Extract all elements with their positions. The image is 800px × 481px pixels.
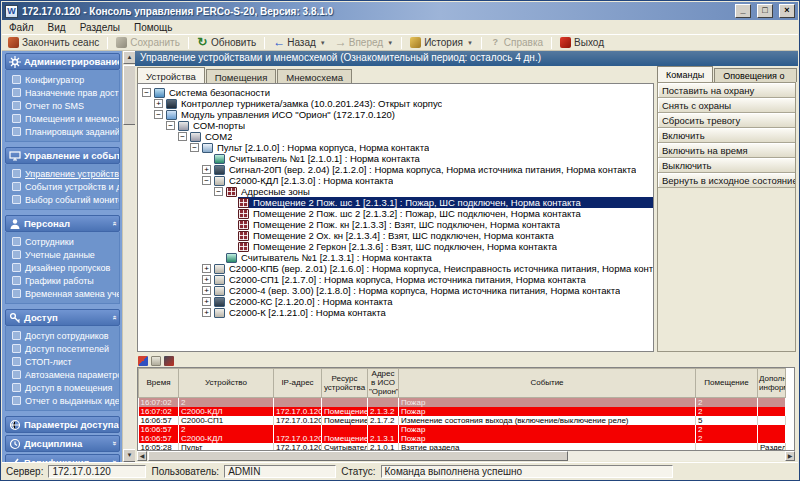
forward-dropdown-icon[interactable]: ▼ bbox=[387, 40, 393, 46]
tab-rooms[interactable]: Помещения bbox=[206, 69, 277, 83]
restore-state-button[interactable]: Вернуть в исходное состояние bbox=[658, 173, 795, 188]
refresh-button[interactable]: ↻ Обновить bbox=[193, 36, 260, 49]
tree-item-address-zones[interactable]: Адресные зоны bbox=[138, 186, 653, 197]
tree-item-turnstile-controller[interactable]: Контроллер турникета/замка (10.0.201.243… bbox=[138, 98, 653, 109]
tree-item-security-system[interactable]: Система безопасности bbox=[138, 87, 653, 98]
event-row[interactable]: 16:06:57С2000-СП1172.17.0.120Помещение 2… bbox=[139, 416, 786, 425]
columns-settings-icon[interactable] bbox=[151, 356, 161, 366]
tab-mnemoscheme[interactable]: Мнемосхема bbox=[277, 69, 352, 83]
sidebar-item-sms-report[interactable]: Отчет по SMS bbox=[9, 99, 119, 112]
sidebar-header-administration[interactable]: Администрирование » bbox=[5, 53, 120, 70]
tree-collapse-icon[interactable] bbox=[154, 110, 163, 119]
tree-item-s2000-kdl[interactable]: С2000-КДЛ [2.1.3.0] : Норма контакта bbox=[138, 175, 653, 186]
turn-on-timed-button[interactable]: Включить на время bbox=[658, 143, 795, 158]
history-button[interactable]: История ▼ bbox=[406, 36, 477, 49]
sidebar-item-monitoring-events[interactable]: Выбор событий мониторинга bbox=[9, 193, 119, 206]
tree-expand-icon[interactable] bbox=[202, 165, 211, 174]
col-orion-address[interactable]: Адрес в ИСО "Орион" bbox=[368, 369, 399, 398]
tab-commands[interactable]: Команды bbox=[657, 66, 713, 82]
sidebar-header-access-params[interactable]: Параметры доступа » bbox=[5, 416, 120, 433]
tree-collapse-icon[interactable] bbox=[202, 176, 211, 185]
col-resource[interactable]: Ресурс устройства bbox=[322, 369, 368, 398]
tree-collapse-icon[interactable] bbox=[190, 143, 199, 152]
sidebar-header-discipline[interactable]: Дисциплина » bbox=[5, 435, 120, 452]
sidebar-scrollbar[interactable]: ▲ ▼ bbox=[122, 51, 135, 462]
tree-expand-icon[interactable] bbox=[202, 308, 211, 317]
sidebar-header-access[interactable]: Доступ » bbox=[5, 309, 120, 326]
tree-expand-icon[interactable] bbox=[202, 275, 211, 284]
menu-sections[interactable]: Разделы bbox=[73, 21, 127, 34]
turn-on-button[interactable]: Включить bbox=[658, 128, 795, 143]
sidebar-item-issued-ids-report[interactable]: Отчет о выданных идентиф... bbox=[9, 394, 119, 407]
event-row[interactable]: 16:07:022Пожар2 bbox=[139, 397, 786, 407]
tab-event-notifications[interactable]: Оповещения о событиях bbox=[714, 68, 797, 82]
sidebar-item-employees[interactable]: Сотрудники bbox=[9, 235, 119, 248]
tree-item-s2000-kpb[interactable]: С2000-КПБ (вер. 2.01) [2.1.6.0] : Норма … bbox=[138, 263, 653, 274]
tree-expand-icon[interactable] bbox=[202, 264, 211, 273]
tree-item-com-ports[interactable]: COM-порты bbox=[138, 120, 653, 131]
menu-file[interactable]: Файл bbox=[2, 21, 41, 34]
sidebar-header-verification[interactable]: Верификация » bbox=[5, 454, 120, 462]
event-row[interactable]: 16:05:28Пульт172.17.0.120Считыватель N2.… bbox=[139, 443, 786, 451]
col-extra-info[interactable]: Дополнит. информ. bbox=[758, 369, 786, 398]
tab-devices[interactable]: Устройства bbox=[137, 67, 205, 83]
horizontal-scrollbar[interactable]: ◀ ▶ bbox=[137, 451, 795, 461]
forward-button[interactable]: → Вперед ▼ bbox=[331, 36, 397, 49]
sidebar-item-auto-replace[interactable]: Автозамена параметров до... bbox=[9, 368, 119, 381]
sidebar-item-configurator[interactable]: Конфигуратор bbox=[9, 73, 119, 86]
export-icon[interactable] bbox=[164, 356, 174, 366]
sidebar-item-temp-replacement[interactable]: Временная замена учетных ... bbox=[9, 287, 119, 300]
sidebar-item-room-access[interactable]: Доступ в помещения bbox=[9, 381, 119, 394]
print-icon[interactable] bbox=[138, 356, 148, 366]
tree-item-s2000-sp1[interactable]: С2000-СП1 [2.1.7.0] : Норма корпуса, Нор… bbox=[138, 274, 653, 285]
maximize-button[interactable]: □ bbox=[757, 4, 773, 18]
col-room[interactable]: Помещение bbox=[696, 369, 758, 398]
reset-alarm-button[interactable]: Сбросить тревогу bbox=[658, 113, 795, 128]
help-button[interactable]: ? Справка bbox=[486, 36, 547, 49]
sidebar-item-device-management[interactable]: Управление устройствами и... bbox=[9, 167, 119, 180]
tree-item-zone-fire2[interactable]: Помещение 2 Пож. шс 2 [2.1.3.2] : Пожар,… bbox=[138, 208, 653, 219]
tree-expand-icon[interactable] bbox=[202, 297, 211, 306]
sidebar-header-personnel[interactable]: Персонал » bbox=[5, 215, 120, 232]
event-row[interactable]: 16:06:572Пожар2 bbox=[139, 425, 786, 434]
tree-item-pult[interactable]: Пульт [2.1.0.0] : Норма корпуса, Норма к… bbox=[138, 142, 653, 153]
scrollbar-thumb[interactable] bbox=[148, 451, 568, 461]
tree-item-zone-fire-btn[interactable]: Помещение 2 Пож. кн [2.1.3.3] : Взят, ШС… bbox=[138, 219, 653, 230]
menu-help[interactable]: Помощь bbox=[127, 21, 180, 34]
event-row[interactable]: 16:06:57С2000-КДЛ172.17.0.120Помещение 2… bbox=[139, 434, 786, 443]
expand-chevron-icon[interactable]: » bbox=[109, 441, 118, 445]
col-event[interactable]: Событие bbox=[399, 369, 696, 398]
tree-item-s2000-k[interactable]: С2000-К [2.1.21.0] : Норма контакта bbox=[138, 307, 653, 318]
sidebar-item-access-rights[interactable]: Назначение прав доступа о... bbox=[9, 86, 119, 99]
sidebar-item-pass-designer[interactable]: Дизайнер пропусков bbox=[9, 261, 119, 274]
event-row[interactable]: 16:07:02С2000-КДЛ172.17.0.120Помещение 2… bbox=[139, 407, 786, 416]
col-device[interactable]: Устройство bbox=[179, 369, 274, 398]
tree-item-zone-guard-btn[interactable]: Помещение 2 Ох. кн [2.1.3.4] : Взят, ШС … bbox=[138, 230, 653, 241]
tree-item-orion-module[interactable]: Модуль управления ИСО "Орион" (172.17.0.… bbox=[138, 109, 653, 120]
tree-item-s2000-4[interactable]: С2000-4 (вер. 3.00) [2.1.8.0] : Норма ко… bbox=[138, 285, 653, 296]
sidebar-item-device-events[interactable]: События устройств и дейст... bbox=[9, 180, 119, 193]
collapse-chevron-icon[interactable]: » bbox=[109, 221, 118, 225]
sidebar-item-work-schedules[interactable]: Графики работы bbox=[9, 274, 119, 287]
collapse-chevron-icon[interactable]: » bbox=[109, 315, 118, 319]
end-session-button[interactable]: Закончить сеанс bbox=[4, 36, 103, 49]
tree-collapse-icon[interactable] bbox=[142, 88, 151, 97]
tree-item-reader2[interactable]: Считыватель №1 [2.1.3.1] : Норма контакт… bbox=[138, 252, 653, 263]
tree-collapse-icon[interactable] bbox=[214, 187, 223, 196]
sidebar-item-account-data[interactable]: Учетные данные bbox=[9, 248, 119, 261]
arm-button[interactable]: Поставить на охрану bbox=[658, 83, 795, 98]
sidebar-item-employee-access[interactable]: Доступ сотрудников bbox=[9, 329, 119, 342]
sidebar-item-stop-list[interactable]: СТОП-лист bbox=[9, 355, 119, 368]
sidebar-header-management[interactable]: Управление и события » bbox=[5, 147, 120, 164]
sidebar-item-visitor-access[interactable]: Доступ посетителей bbox=[9, 342, 119, 355]
turn-off-button[interactable]: Выключить bbox=[658, 158, 795, 173]
tree-collapse-icon[interactable] bbox=[166, 121, 175, 130]
save-button[interactable]: Сохранить bbox=[112, 36, 184, 49]
scroll-right-icon[interactable]: ▶ bbox=[785, 451, 795, 461]
tree-item-s2000-ks[interactable]: С2000-КС [2.1.20.0] : Норма контакта bbox=[138, 296, 653, 307]
back-button[interactable]: ← Назад ▼ bbox=[269, 36, 330, 49]
col-ip[interactable]: IP-адрес bbox=[274, 369, 322, 398]
tree-item-reader1[interactable]: Считыватель №1 [2.1.0.1] : Норма контакт… bbox=[138, 153, 653, 164]
scroll-left-icon[interactable]: ◀ bbox=[137, 451, 147, 461]
tree-expand-icon[interactable] bbox=[202, 286, 211, 295]
